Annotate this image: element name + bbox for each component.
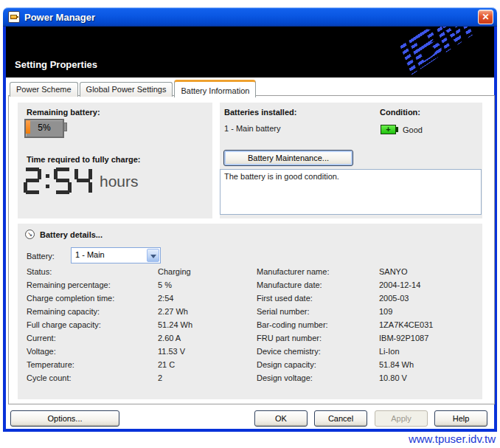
detail-row: First used date:2005-03 [257, 292, 478, 305]
watermark: www.tpuser.idv.tw [409, 433, 496, 445]
detail-value: 5 % [158, 278, 251, 292]
detail-row: Current:2.60 A [27, 331, 251, 345]
detail-row: Design voltage:10.80 V [257, 371, 478, 385]
seven-segment-time [24, 168, 95, 194]
detail-label: Remaining percentage: [27, 278, 158, 292]
battery-maintenance-button[interactable]: Battery Maintenance... [223, 150, 353, 166]
detail-label: Current: [27, 331, 158, 345]
detail-label: Cycle count: [27, 371, 158, 385]
detail-row: Bar-coding number:1ZA7K4CE031 [257, 318, 478, 331]
detail-row: Manufacture date:2004-12-14 [257, 278, 478, 292]
remaining-battery-panel: Remaining battery: 5% Time required to f… [18, 103, 212, 218]
detail-label: Remaining capacity: [27, 305, 158, 318]
detail-label: Temperature: [27, 358, 158, 371]
detail-column-right: Manufacturer name:SANYOManufacture date:… [257, 265, 478, 385]
installed-value: 1 - Main battery [224, 124, 280, 133]
detail-label: Manufacture date: [257, 278, 379, 292]
detail-row: Remaining capacity:2.27 Wh [27, 305, 251, 318]
detail-label: FRU part number: [257, 331, 379, 345]
detail-label: Bar-coding number: [257, 318, 379, 331]
ok-button[interactable]: OK [254, 410, 308, 427]
banner: Setting Properties IBM [6, 27, 494, 77]
detail-value: 1ZA7K4CE031 [379, 318, 478, 331]
power-manager-window: Power Manager ✕ Setting Properties IBM P… [3, 7, 497, 432]
help-button[interactable]: Help [434, 410, 487, 427]
detail-value: 11.53 V [158, 345, 251, 358]
detail-row: Design capacity:51.84 Wh [257, 358, 478, 371]
detail-label: Status: [27, 265, 158, 278]
detail-label: Device chemistry: [257, 345, 379, 358]
detail-row: Device chemistry:Li-Ion [257, 345, 478, 358]
detail-label: Serial number: [257, 305, 379, 318]
detail-value: 2005-03 [379, 292, 478, 305]
battery-information-page: Remaining battery: 5% Time required to f… [8, 95, 495, 404]
page: Power Manager ✕ Setting Properties IBM P… [0, 0, 500, 448]
detail-label: Manufacturer name: [257, 265, 379, 278]
detail-column-left: Status:ChargingRemaining percentage:5 %C… [27, 265, 251, 385]
condition-row: + Good [381, 123, 423, 136]
charge-time-unit: hours [100, 169, 139, 194]
installed-label: Batteries installed: [224, 108, 296, 117]
detail-value: 109 [379, 305, 478, 318]
window-frame: Setting Properties IBM Power Scheme Glob… [3, 27, 497, 432]
detail-label: Design capacity: [257, 358, 379, 371]
remaining-battery-label: Remaining battery: [27, 108, 100, 117]
detail-label: First used date: [257, 292, 379, 305]
app-battery-icon [8, 11, 20, 23]
battery-percent: 5% [24, 119, 64, 138]
banner-title: Setting Properties [15, 59, 97, 70]
detail-value: 2.60 A [158, 331, 251, 345]
collapse-arrow-icon[interactable]: ↘ [25, 230, 35, 239]
apply-button[interactable]: Apply [375, 410, 428, 427]
detail-value: 51.24 Wh [158, 318, 251, 331]
detail-label: Full charge capacity: [27, 318, 158, 331]
battery-details-panel: ↘ Battery details... Battery: 1 - Main S… [18, 224, 482, 399]
tabstrip: Power Scheme Global Power Settings Batte… [10, 80, 257, 97]
tab-battery-information[interactable]: Battery Information [174, 80, 256, 97]
detail-label: Voltage: [27, 345, 158, 358]
options-button[interactable]: Options... [10, 410, 119, 427]
battery-good-icon: + [381, 125, 398, 134]
battery-selected-value: 1 - Main [75, 250, 105, 259]
condition-value: Good [403, 125, 423, 134]
dialog-content: Power Scheme Global Power Settings Batte… [6, 77, 494, 429]
cancel-button[interactable]: Cancel [314, 410, 367, 427]
batteries-installed-panel: Batteries installed: 1 - Main battery Co… [220, 103, 482, 218]
detail-value: 2:54 [158, 292, 251, 305]
detail-row: Remaining percentage:5 % [27, 278, 251, 292]
detail-row: FRU part number:IBM-92P1087 [257, 331, 478, 345]
detail-row: Full charge capacity:51.24 Wh [27, 318, 251, 331]
tab-power-scheme[interactable]: Power Scheme [10, 82, 78, 97]
condition-message-box: The battery is in good condition. [220, 169, 482, 215]
window-title: Power Manager [24, 12, 478, 23]
battery-gauge-icon: 5% [24, 119, 67, 138]
ibm-logo: IBM [388, 27, 481, 77]
condition-message: The battery is in good condition. [224, 172, 339, 181]
detail-row: Voltage:11.53 V [27, 345, 251, 358]
charge-time-label: Time required to fully charge: [27, 155, 140, 164]
digital-digit [24, 168, 41, 194]
detail-value: Charging [158, 265, 251, 278]
detail-value: 21 C [158, 358, 251, 371]
titlebar[interactable]: Power Manager ✕ [3, 7, 497, 27]
detail-value: 2 [158, 371, 251, 385]
detail-value: SANYO [379, 265, 478, 278]
detail-value: 2004-12-14 [379, 278, 478, 292]
detail-row: Temperature:21 C [27, 358, 251, 371]
charge-time-display: hours [24, 168, 139, 194]
condition-label: Condition: [380, 108, 420, 117]
detail-value: 10.80 V [379, 371, 478, 385]
chevron-down-icon[interactable] [147, 249, 159, 262]
details-header: ↘ Battery details... [25, 230, 103, 239]
detail-value: IBM-92P1087 [379, 331, 478, 345]
digital-digit [74, 168, 92, 194]
tab-global-power-settings[interactable]: Global Power Settings [80, 82, 173, 97]
digital-digit [54, 168, 72, 194]
battery-select-label: Battery: [27, 252, 55, 261]
close-icon[interactable]: ✕ [478, 10, 493, 24]
detail-row: Serial number:109 [257, 305, 478, 318]
detail-row: Status:Charging [27, 265, 251, 278]
detail-label: Charge completion time: [27, 292, 158, 305]
detail-value: 2.27 Wh [158, 305, 251, 318]
battery-select-dropdown[interactable]: 1 - Main [71, 247, 161, 263]
